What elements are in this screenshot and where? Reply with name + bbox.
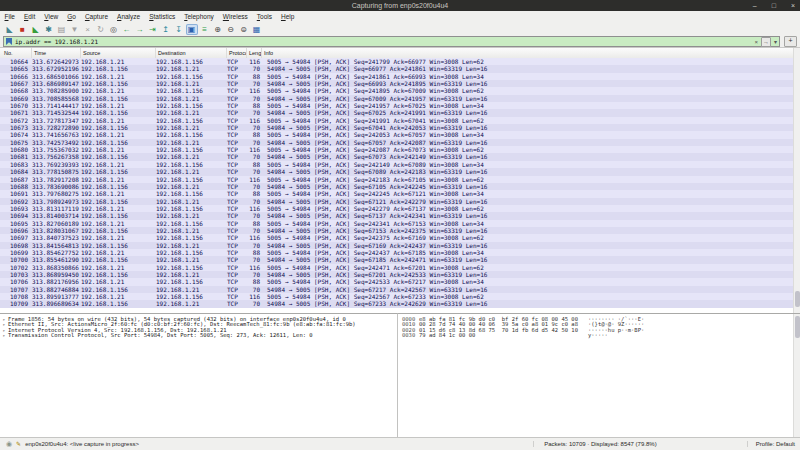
packet-row[interactable]: 10709313.896689634192.168.1.156192.168.1… [0, 300, 793, 307]
packet-row[interactable]: 10691313.797680275192.168.1.21192.168.1.… [0, 190, 793, 197]
expert-info-icon[interactable]: ◉ [6, 439, 12, 449]
column-header-protocol[interactable]: Protocol [227, 48, 247, 58]
packet-counts: Packets: 10709 · Displayed: 8547 (79.8%) [533, 441, 746, 447]
packet-details-pane: ▸Frame 1856: 54 bytes on wire (432 bits)… [0, 313, 397, 437]
close-button[interactable]: × [791, 2, 795, 9]
menu-item-statistics[interactable]: Statistics [145, 13, 180, 20]
packet-row[interactable]: 10683313.769239393192.168.1.21192.168.1.… [0, 161, 793, 168]
menu-item-tools[interactable]: Tools [252, 13, 276, 20]
go-forward-button[interactable]: → [134, 24, 146, 35]
packet-row[interactable]: 10667313.686989147192.168.1.156192.168.1… [0, 80, 793, 87]
packet-bytes-scrollbar-thumb[interactable] [795, 316, 800, 338]
column-header-no[interactable]: No. [0, 48, 32, 58]
capture-comment-icon[interactable]: ✎ [16, 439, 21, 449]
filter-dropdown-icon[interactable]: ▾ [774, 38, 777, 46]
menu-item-wireless[interactable]: Wireless [218, 13, 252, 20]
filter-clear-icon[interactable]: × [754, 38, 758, 46]
zoom-in-button[interactable]: ⊕ [212, 24, 224, 35]
packet-row[interactable]: 10681313.756267358192.168.1.156192.168.1… [0, 153, 793, 160]
expander-icon[interactable]: ▸ [0, 333, 8, 338]
main-toolbar: ◣■◣✱▤▼×↻◎←→⇥↥↧▣≡⊕⊖⊜▦ [0, 22, 800, 37]
packet-row[interactable]: 10687313.782917208192.168.1.21192.168.1.… [0, 176, 793, 183]
maximize-button[interactable]: □ [772, 2, 776, 9]
packet-row[interactable]: 10666313.686501066192.168.1.21192.168.1.… [0, 73, 793, 80]
packet-row[interactable]: 10703313.868959450192.168.1.156192.168.1… [0, 271, 793, 278]
packet-row[interactable]: 10708313.895913777192.168.1.21192.168.1.… [0, 293, 793, 300]
auto-scroll-button[interactable]: ▣ [186, 24, 198, 35]
open-file-button[interactable]: ▤ [56, 24, 68, 35]
menu-item-file[interactable]: File [0, 13, 20, 20]
go-to-packet-button[interactable]: ⇥ [147, 24, 159, 35]
packet-row[interactable]: 10700313.855461290192.168.1.156192.168.1… [0, 256, 793, 263]
packet-row[interactable]: 10699313.854627752192.168.1.21192.168.1.… [0, 249, 793, 256]
packet-row[interactable]: 10706313.882176956192.168.1.21192.168.1.… [0, 278, 793, 285]
packet-row[interactable]: 10696313.828031067192.168.1.156192.168.1… [0, 227, 793, 234]
hex-bytes[interactable]: 79 ad 84 1c 00 00 [419, 333, 581, 338]
go-last-packet-button[interactable]: ↧ [173, 24, 185, 35]
packet-row[interactable]: 10698313.841564813192.168.1.156192.168.1… [0, 242, 793, 249]
filter-apply-icon[interactable]: → [761, 37, 771, 47]
packet-row[interactable]: 10694313.814003714192.168.1.156192.168.1… [0, 212, 793, 219]
packet-row[interactable]: 10675313.742573492192.168.1.156192.168.1… [0, 139, 793, 146]
hex-ascii[interactable]: y····· [581, 333, 608, 338]
packet-bytes-pane: 0000e8 ab fa 81 fc 9b d0 c0 bf 2f 60 fc … [397, 313, 800, 437]
title-bar: Capturing from enp0s20f0u4u4 – □ × [0, 0, 800, 11]
packet-row[interactable]: 10673313.728272890192.168.1.156192.168.1… [0, 124, 793, 131]
zoom-original-button[interactable]: ⊜ [238, 24, 250, 35]
packet-row[interactable]: 10688313.783690086192.168.1.156192.168.1… [0, 183, 793, 190]
close-file-button[interactable]: × [82, 24, 94, 35]
go-first-packet-button[interactable]: ↥ [160, 24, 172, 35]
menu-item-capture[interactable]: Capture [80, 13, 112, 20]
packet-row[interactable]: 10684313.778150875192.168.1.156192.168.1… [0, 168, 793, 175]
packet-row[interactable]: 10670313.714144417192.168.1.21192.168.1.… [0, 102, 793, 109]
minimize-button[interactable]: – [753, 2, 757, 9]
packet-row[interactable]: 10664313.672642973192.168.1.21192.168.1.… [0, 58, 793, 65]
filter-add-button[interactable]: + [784, 36, 797, 47]
menu-item-edit[interactable]: Edit [20, 13, 40, 20]
save-file-button[interactable]: ▼ [69, 24, 81, 35]
packet-row[interactable]: 10702313.868350866192.168.1.21192.168.1.… [0, 264, 793, 271]
display-filter-field: × → ▾ [3, 36, 780, 47]
packet-row[interactable]: 10695313.827060189192.168.1.21192.168.1.… [0, 220, 793, 227]
menu-item-go[interactable]: Go [63, 13, 81, 20]
zoom-out-button[interactable]: ⊖ [225, 24, 237, 35]
packet-row[interactable]: 10707313.882746884192.168.1.156192.168.1… [0, 286, 793, 293]
menu-item-analyze[interactable]: Analyze [113, 13, 145, 20]
find-packet-button[interactable]: ◎ [108, 24, 120, 35]
packet-bytes-scrollbar[interactable] [793, 314, 800, 437]
column-header-time[interactable]: Time [32, 48, 81, 58]
packet-row[interactable]: 10693313.813117119192.168.1.21192.168.1.… [0, 205, 793, 212]
column-header-length[interactable]: Length [247, 48, 262, 58]
column-header-source[interactable]: Source [81, 48, 156, 58]
packet-row[interactable]: 10672313.727817347192.168.1.21192.168.1.… [0, 117, 793, 124]
capture-options-button[interactable]: ✱ [43, 24, 55, 35]
packet-row[interactable]: 10697313.840737523192.168.1.21192.168.1.… [0, 234, 793, 241]
packet-row[interactable]: 10674313.741656763192.168.1.21192.168.1.… [0, 131, 793, 138]
column-header-info[interactable]: Info [262, 48, 800, 58]
resize-columns-button[interactable]: ▦ [251, 24, 263, 35]
packet-row[interactable]: 10669313.708585568192.168.1.156192.168.1… [0, 95, 793, 102]
packet-detail-line[interactable]: ▸Transmission Control Protocol, Src Port… [0, 333, 397, 338]
packet-row[interactable]: 10671313.714532544192.168.1.156192.168.1… [0, 109, 793, 116]
detail-text: Transmission Control Protocol, Src Port:… [8, 333, 313, 338]
packet-row[interactable]: 10692313.798924973192.168.1.156192.168.1… [0, 198, 793, 205]
go-back-button[interactable]: ← [121, 24, 133, 35]
profile-indicator[interactable]: Profile: Default [747, 441, 800, 447]
filter-bookmark-icon[interactable] [6, 38, 12, 45]
packet-row[interactable]: 10680313.755367032192.168.1.21192.168.1.… [0, 146, 793, 153]
stop-capture-button[interactable]: ■ [17, 24, 29, 35]
packet-row[interactable]: 10668313.708285900192.168.1.21192.168.1.… [0, 87, 793, 94]
packet-list-scrollbar[interactable] [793, 48, 800, 313]
menu-item-view[interactable]: View [40, 13, 63, 20]
display-filter-input[interactable] [15, 38, 751, 46]
reload-file-button[interactable]: ↻ [95, 24, 107, 35]
menu-item-telephony[interactable]: Telephony [180, 13, 219, 20]
column-header-destination[interactable]: Destination [156, 48, 227, 58]
restart-capture-button[interactable]: ◣ [30, 24, 42, 35]
start-capture-button[interactable]: ◣ [4, 24, 16, 35]
packet-list-scrollbar-thumb[interactable] [795, 291, 800, 307]
menu-item-help[interactable]: Help [276, 13, 298, 20]
packet-row[interactable]: 10665313.672952196192.168.1.156192.168.1… [0, 65, 793, 72]
colorize-button[interactable]: ≡ [199, 24, 211, 35]
window-title: Capturing from enp0s20f0u4u4 [0, 0, 800, 11]
